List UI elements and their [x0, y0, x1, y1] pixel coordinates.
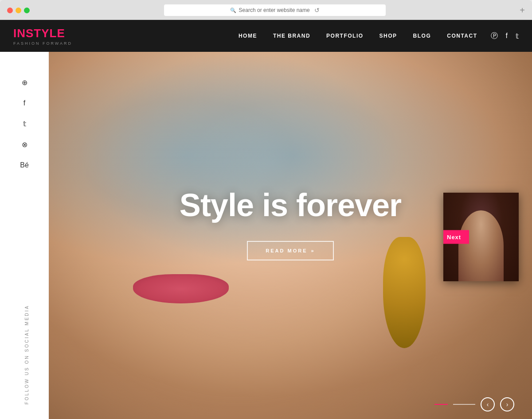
slider-next-button[interactable]: ›: [500, 397, 514, 411]
read-more-arrow: »: [311, 248, 315, 253]
browser-chrome: 🔍 Search or enter website name ↺ +: [0, 0, 532, 20]
nav-item-brand[interactable]: THE BRAND: [273, 33, 310, 39]
nav-social-icons: Ⓟ f 𝕥: [491, 31, 519, 41]
sidebar-twitter-icon[interactable]: 𝕥: [23, 120, 26, 128]
logo-brand: STYLE: [26, 27, 65, 40]
logo-accent: IN: [13, 27, 26, 40]
sidebar: ⊕ f 𝕥 ⊗ Bé FOLLOW US ON SOCIAL MEDIA: [0, 52, 49, 419]
sidebar-pinterest-icon[interactable]: ⊕: [22, 78, 27, 87]
reload-button[interactable]: ↺: [314, 7, 320, 14]
read-more-button[interactable]: READ MORE »: [247, 241, 333, 260]
sidebar-dribbble-icon[interactable]: ⊗: [22, 140, 27, 149]
maximize-button[interactable]: [24, 8, 30, 13]
slider-controls: ‹ ›: [434, 397, 514, 411]
next-slide-preview[interactable]: Next: [443, 193, 519, 281]
read-more-label: READ MORE: [266, 248, 307, 253]
nav-menu: HOME THE BRAND PORTFOLIO SHOP BLOG CONTA…: [239, 33, 477, 39]
search-icon: 🔍: [230, 8, 236, 13]
nav-item-home[interactable]: HOME: [239, 33, 257, 39]
logo-tagline: FASHION FORWARD: [13, 41, 72, 46]
logo[interactable]: INSTYLE FASHION FORWARD: [13, 27, 72, 46]
slider-next-icon: ›: [506, 401, 509, 408]
close-button[interactable]: [7, 8, 13, 13]
nav-item-shop[interactable]: SHOP: [379, 33, 397, 39]
traffic-lights: [7, 8, 30, 13]
next-slide-label[interactable]: Next: [443, 230, 469, 244]
nav-item-contact[interactable]: CONTACT: [447, 33, 477, 39]
minimize-button[interactable]: [16, 8, 21, 13]
hero-section: ⊕ f 𝕥 ⊗ Bé FOLLOW US ON SOCIAL MEDIA Sty…: [0, 52, 532, 419]
hero-title: Style is forever: [180, 187, 401, 223]
address-bar-text: Search or enter website name: [239, 7, 310, 13]
slider-indicator-active: [434, 404, 448, 405]
website-container: INSTYLE FASHION FORWARD HOME THE BRAND P…: [0, 20, 532, 419]
logo-text: INSTYLE: [13, 27, 72, 40]
slider-indicator-inactive: [453, 404, 475, 405]
nav-facebook-icon[interactable]: f: [506, 32, 508, 40]
slider-prev-icon: ‹: [487, 401, 489, 408]
nav-item-blog[interactable]: BLOG: [413, 33, 431, 39]
sidebar-follow-label: FOLLOW US ON SOCIAL MEDIA: [24, 305, 29, 404]
address-bar[interactable]: 🔍 Search or enter website name ↺: [164, 4, 386, 16]
nav-twitter-icon[interactable]: 𝕥: [516, 32, 519, 40]
sidebar-behance-icon[interactable]: Bé: [20, 161, 29, 169]
navbar: INSTYLE FASHION FORWARD HOME THE BRAND P…: [0, 20, 532, 52]
slider-prev-button[interactable]: ‹: [481, 397, 495, 411]
new-tab-button[interactable]: +: [520, 6, 525, 15]
nav-item-portfolio[interactable]: PORTFOLIO: [326, 33, 364, 39]
sidebar-facebook-icon[interactable]: f: [23, 99, 25, 107]
nav-pinterest-icon[interactable]: Ⓟ: [491, 31, 498, 41]
next-preview-figure: [458, 210, 504, 281]
